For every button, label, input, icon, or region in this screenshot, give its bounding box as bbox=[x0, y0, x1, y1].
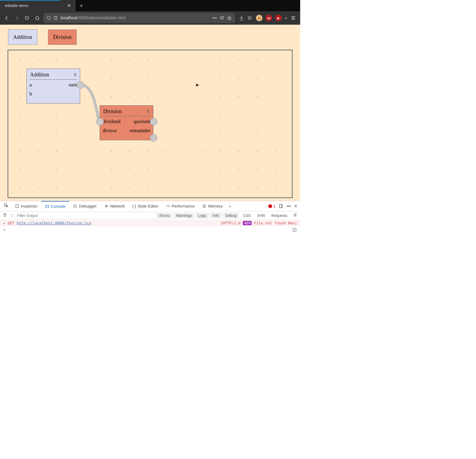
port-label-in: divisor bbox=[103, 128, 117, 134]
close-tab-icon[interactable]: ✕ bbox=[66, 3, 72, 9]
network-icon bbox=[104, 204, 109, 208]
new-tab-icon[interactable]: ＋ bbox=[78, 3, 84, 9]
tab-title: editable demo bbox=[5, 3, 63, 8]
pill-errors[interactable]: Errors bbox=[157, 213, 172, 219]
svg-point-9 bbox=[295, 214, 296, 216]
overflow-icon[interactable]: » bbox=[285, 16, 287, 20]
extension-1-icon[interactable]: 🍪 bbox=[256, 15, 262, 21]
hamburger-menu-icon[interactable] bbox=[291, 15, 296, 21]
toggle-xhr[interactable]: XHR bbox=[254, 213, 268, 219]
error-count[interactable]: ! 1 bbox=[268, 204, 275, 208]
port-out-sum[interactable] bbox=[77, 81, 84, 89]
page-actions-icon[interactable]: ••• bbox=[212, 16, 217, 20]
port-label-out: sum bbox=[69, 82, 77, 88]
svg-rect-4 bbox=[74, 205, 76, 207]
pill-debug[interactable]: Debug bbox=[223, 213, 239, 219]
console-log-row[interactable]: ▸ GET http://localhost:8000/favicon.ico … bbox=[0, 220, 300, 226]
settings-gear-icon[interactable] bbox=[293, 213, 298, 217]
node-close-button[interactable]: X bbox=[74, 72, 77, 77]
pill-info[interactable]: Info bbox=[210, 213, 222, 219]
download-icon[interactable] bbox=[239, 15, 244, 21]
tab-memory[interactable]: Memory bbox=[198, 201, 226, 211]
console-icon bbox=[45, 204, 49, 209]
bookmark-star-icon[interactable] bbox=[227, 16, 232, 20]
pocket-icon[interactable] bbox=[220, 16, 224, 20]
node-division[interactable]: Division X dividend quotient divisor rem… bbox=[100, 105, 153, 140]
filter-input[interactable] bbox=[15, 212, 157, 219]
toggle-requests[interactable]: Requests bbox=[269, 213, 290, 219]
editor-canvas[interactable]: Addition X a sum b Division X dividend q… bbox=[8, 50, 293, 198]
console-input-row[interactable]: » bbox=[0, 226, 300, 233]
gauge-icon bbox=[166, 204, 170, 208]
devtools-panel: Inspector Console Debugger Network { } S… bbox=[0, 201, 300, 233]
cursor-icon: ➤ bbox=[195, 82, 199, 88]
filter-funnel-icon: ▽ bbox=[10, 213, 13, 218]
reload-button[interactable] bbox=[23, 14, 31, 22]
log-method: GET bbox=[8, 221, 14, 225]
home-button[interactable] bbox=[33, 14, 41, 22]
extension-3-icon[interactable]: ▶ bbox=[275, 15, 282, 21]
back-button[interactable] bbox=[3, 14, 11, 22]
svg-rect-3 bbox=[46, 205, 49, 208]
devtools-menu-icon[interactable]: ••• bbox=[287, 204, 291, 208]
tab-inspector[interactable]: Inspector bbox=[11, 201, 41, 211]
port-label-in: dividend bbox=[103, 119, 121, 124]
tab-row: editable demo ✕ ＋ bbox=[0, 0, 300, 11]
pick-element-icon[interactable] bbox=[3, 203, 10, 209]
url-display: localhost:8000/demo/editable.html bbox=[61, 16, 126, 20]
toggle-css[interactable]: CSS bbox=[240, 213, 253, 219]
page-body: Addition Division Addition X a sum b bbox=[0, 25, 300, 201]
tab-performance[interactable]: Performance bbox=[162, 201, 199, 211]
pill-warnings[interactable]: Warnings bbox=[173, 213, 195, 219]
page-info-icon bbox=[54, 16, 58, 20]
node-title: Division bbox=[103, 108, 122, 114]
tab-console[interactable]: Console bbox=[41, 201, 69, 211]
console-filter-row: ▽ Errors Warnings Logs Info Debug CSS XH… bbox=[0, 211, 300, 220]
node-close-button[interactable]: X bbox=[147, 109, 150, 114]
split-console-icon[interactable] bbox=[292, 227, 297, 232]
style-icon: { } bbox=[132, 204, 136, 208]
log-url[interactable]: http://localhost:8000/favicon.ico bbox=[17, 221, 91, 225]
devtools-close-icon[interactable]: ✕ bbox=[294, 204, 298, 209]
clear-console-icon[interactable] bbox=[3, 213, 9, 218]
debugger-icon bbox=[73, 204, 77, 208]
arrow-right-icon bbox=[14, 16, 19, 20]
svg-rect-5 bbox=[203, 205, 206, 207]
port-label-out: quotient bbox=[134, 119, 150, 124]
expand-icon[interactable]: ▸ bbox=[3, 221, 5, 225]
ublock-icon[interactable]: uo bbox=[266, 15, 272, 21]
browser-chrome: editable demo ✕ ＋ localhost:8000/demo/ed… bbox=[0, 0, 300, 25]
reload-icon bbox=[25, 16, 29, 20]
svg-text:!: ! bbox=[270, 205, 270, 208]
toolbar-icons: 🍪 uo ▶ » bbox=[237, 15, 298, 21]
node-palette: Addition Division bbox=[8, 29, 293, 45]
port-out-remainder[interactable] bbox=[150, 134, 157, 142]
pill-logs[interactable]: Logs bbox=[196, 213, 209, 219]
palette-division[interactable]: Division bbox=[48, 29, 77, 45]
address-row: localhost:8000/demo/editable.html ••• 🍪 … bbox=[0, 11, 300, 25]
tab-network[interactable]: Network bbox=[101, 201, 129, 211]
browser-tab[interactable]: editable demo ✕ bbox=[0, 0, 76, 11]
address-bar[interactable]: localhost:8000/demo/editable.html ••• bbox=[43, 13, 235, 23]
tab-loading-bar bbox=[0, 0, 61, 1]
port-out-quotient[interactable] bbox=[150, 118, 157, 125]
port-label-in: b bbox=[29, 91, 32, 97]
home-icon bbox=[35, 16, 40, 20]
svg-rect-0 bbox=[54, 16, 57, 20]
node-title: Addition bbox=[30, 72, 49, 78]
tab-debugger[interactable]: Debugger bbox=[69, 201, 101, 211]
node-addition[interactable]: Addition X a sum b bbox=[27, 69, 80, 103]
inspector-icon bbox=[15, 204, 19, 208]
tab-style-editor[interactable]: { } Style Editor bbox=[129, 201, 162, 211]
forward-button[interactable] bbox=[13, 14, 21, 22]
tabs-overflow-icon[interactable]: » bbox=[226, 204, 233, 208]
palette-addition[interactable]: Addition bbox=[8, 29, 37, 45]
library-icon[interactable] bbox=[247, 15, 253, 21]
svg-rect-8 bbox=[279, 205, 282, 208]
log-response: [HTTP/1.0 404 File not found 0ms] bbox=[220, 221, 297, 225]
port-in-dividend[interactable] bbox=[96, 118, 104, 125]
arrow-left-icon bbox=[4, 16, 9, 20]
dock-side-icon[interactable] bbox=[278, 204, 283, 209]
devtools-tabs: Inspector Console Debugger Network { } S… bbox=[0, 201, 300, 211]
memory-icon bbox=[202, 204, 206, 208]
